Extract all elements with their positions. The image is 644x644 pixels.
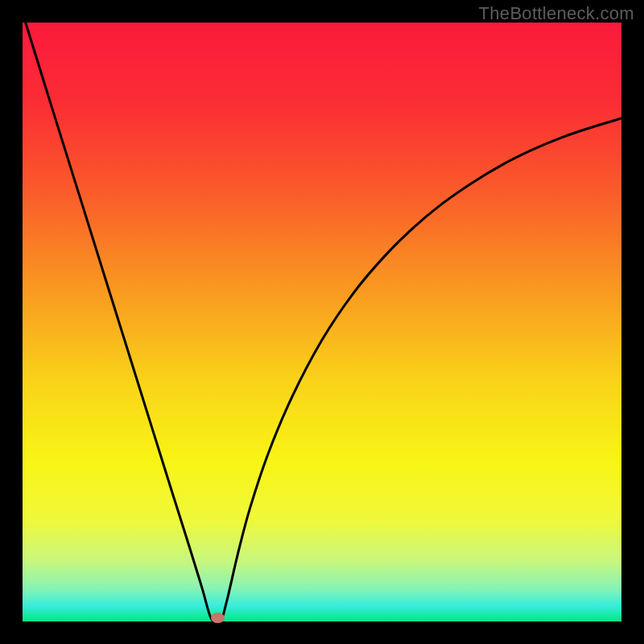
gradient-background bbox=[23, 23, 621, 621]
plot-area bbox=[23, 23, 621, 621]
marker-dot-icon bbox=[211, 613, 225, 623]
chart-frame: TheBottleneck.com bbox=[0, 0, 644, 644]
watermark-text: TheBottleneck.com bbox=[479, 3, 634, 24]
chart-svg bbox=[23, 23, 621, 621]
